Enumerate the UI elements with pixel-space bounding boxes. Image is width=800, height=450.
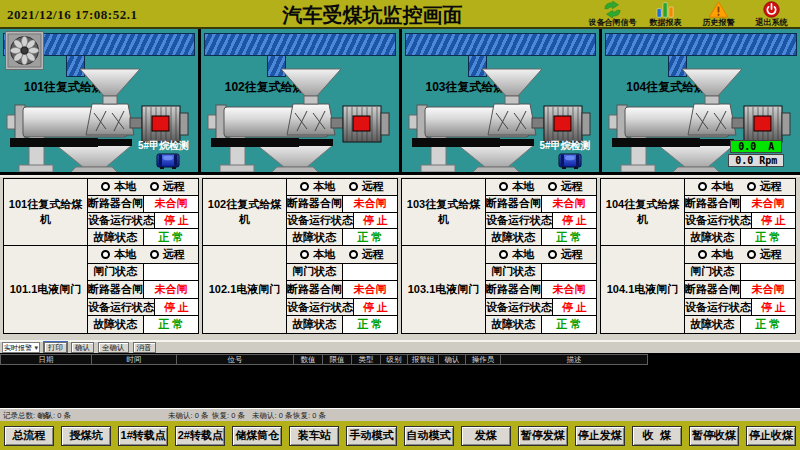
radio-circle-icon xyxy=(101,182,110,191)
alarm-warning-button[interactable]: 历史报警 xyxy=(692,0,745,27)
status-row: 断路器合闸未合闸 xyxy=(486,280,596,298)
radio-label: 本地 xyxy=(512,247,534,262)
nav-page-button[interactable]: 授煤坑 xyxy=(61,426,111,446)
status-name: 故障状态 xyxy=(685,316,741,333)
radio-circle-icon xyxy=(548,250,557,259)
status-row: 设备运行状态停 止 xyxy=(287,212,397,229)
status-name: 断路器合闸 xyxy=(287,196,343,212)
nav-page-button[interactable]: 收 煤 xyxy=(632,426,682,446)
nav-page-button[interactable]: 发煤 xyxy=(461,426,511,446)
nav-page-button[interactable]: 总流程 xyxy=(4,426,54,446)
power-button[interactable]: 退出系统 xyxy=(745,0,798,27)
sync-arrows-icon xyxy=(602,1,623,18)
ceiling-beam xyxy=(605,33,797,56)
nav-page-button[interactable]: 自动模式 xyxy=(404,426,454,446)
radio-remote[interactable]: 远程 xyxy=(150,247,185,262)
alarm-toolbar-button[interactable]: 消音 xyxy=(133,342,156,353)
radio-label: 远程 xyxy=(760,247,782,262)
device-status-rows: 本地远程闸门状态断路器合闸未合闸设备运行状态停 止故障状态正 常 xyxy=(486,246,596,333)
device-panel: 102往复式给煤机本地远程断路器合闸未合闸设备运行状态停 止故障状态正 常 xyxy=(202,178,398,246)
nav-page-button[interactable]: 储煤筒仓 xyxy=(232,426,282,446)
radio-local[interactable]: 本地 xyxy=(300,179,335,194)
status-row: 设备运行状态停 止 xyxy=(685,212,795,229)
status-row: 断路器合闸未合闸 xyxy=(287,280,397,298)
device-label: 104往复式给煤机 xyxy=(601,179,685,245)
control-section: 101往复式给煤机本地远程断路器合闸未合闸设备运行状态停 止故障状态正 常101… xyxy=(0,175,800,340)
alarm-column-header[interactable]: 报警组 xyxy=(407,354,439,365)
alarm-column-header[interactable]: 描述 xyxy=(500,354,648,365)
nav-page-button[interactable]: 手动模式 xyxy=(346,426,396,446)
status-value: 停 止 xyxy=(155,299,198,316)
alarm-toolbar-button[interactable]: 全确认 xyxy=(98,342,129,353)
radio-local[interactable]: 本地 xyxy=(499,179,534,194)
radio-local[interactable]: 本地 xyxy=(499,247,534,262)
alarm-column-header[interactable]: 限值 xyxy=(322,354,352,365)
alarm-toolbar-button[interactable]: 打印 xyxy=(44,342,67,353)
coal-feeder-graphic xyxy=(207,65,393,172)
alarm-count: 恢复: 0 条 xyxy=(212,411,245,421)
radio-circle-icon xyxy=(300,250,309,259)
device-label: 102往复式给煤机 xyxy=(203,179,287,245)
alarm-column-header[interactable]: 时间 xyxy=(91,354,177,365)
nav-page-button[interactable]: 暂停收煤 xyxy=(689,426,739,446)
status-value: 正 常 xyxy=(144,316,199,333)
radio-remote[interactable]: 远程 xyxy=(150,179,185,194)
alarm-list-area[interactable] xyxy=(0,366,800,408)
device-status-rows: 本地远程断路器合闸未合闸设备运行状态停 止故障状态正 常 xyxy=(88,179,198,245)
alarm-table-header: 日期时间位号数值限值类型级别报警组确认操作员描述 xyxy=(1,354,648,365)
status-row: 设备运行状态停 止 xyxy=(685,298,795,316)
radio-label: 远程 xyxy=(561,179,583,194)
nav-page-button[interactable]: 暂停发煤 xyxy=(518,426,568,446)
app-header: 2021/12/16 17:08:52.1 汽车受煤坑监控画面 设备合闸信号数据… xyxy=(0,0,800,29)
radio-local[interactable]: 本地 xyxy=(101,179,136,194)
alarm-column-header[interactable]: 数值 xyxy=(293,354,323,365)
alarm-column-header[interactable]: 日期 xyxy=(0,354,92,365)
bar-chart-button[interactable]: 数据报表 xyxy=(639,0,692,27)
radio-remote[interactable]: 远程 xyxy=(747,247,782,262)
status-row: 断路器合闸未合闸 xyxy=(685,195,795,212)
alarm-column-header[interactable]: 位号 xyxy=(176,354,294,365)
alarm-column-header[interactable]: 操作员 xyxy=(465,354,501,365)
device-label: 102.1电液闸门 xyxy=(203,246,287,333)
radio-local[interactable]: 本地 xyxy=(101,247,136,262)
alarm-column-header[interactable]: 确认 xyxy=(438,354,466,365)
alarm-table: 日期时间位号数值限值类型级别报警组确认操作员描述 xyxy=(0,353,800,408)
alarm-column-header[interactable]: 类型 xyxy=(351,354,381,365)
radio-remote[interactable]: 远程 xyxy=(349,247,384,262)
status-value: 未合闸 xyxy=(144,196,198,212)
radio-local[interactable]: 本地 xyxy=(698,247,733,262)
alarm-toolbar-button[interactable]: 确认 xyxy=(71,342,94,353)
status-name: 设备运行状态 xyxy=(88,299,155,316)
device-label: 103.1电液闸门 xyxy=(402,246,486,333)
nav-page-button[interactable]: 2#转载点 xyxy=(175,426,225,446)
nav-page-button[interactable]: 停止发煤 xyxy=(575,426,625,446)
status-value xyxy=(343,264,398,281)
nav-page-button[interactable]: 装车站 xyxy=(289,426,339,446)
status-value: 未合闸 xyxy=(741,281,795,298)
radio-label: 远程 xyxy=(760,179,782,194)
footer-nav: 总流程授煤坑1#转载点2#转载点储煤筒仓装车站手动模式自动模式发煤暂停发煤停止发… xyxy=(0,421,800,450)
radio-local[interactable]: 本地 xyxy=(300,247,335,262)
status-row: 设备运行状态停 止 xyxy=(486,298,596,316)
sync-arrows-button[interactable]: 设备合闸信号 xyxy=(586,0,639,27)
machine-column: 103往复式给煤机5#甲烷检测 xyxy=(399,29,600,172)
radio-remote[interactable]: 远程 xyxy=(349,179,384,194)
device-status-rows: 本地远程闸门状态断路器合闸未合闸设备运行状态停 止故障状态正 常 xyxy=(88,246,198,333)
alarm-column-header[interactable]: 级别 xyxy=(380,354,408,365)
nav-page-button[interactable]: 停止收煤 xyxy=(746,426,796,446)
alarm-filter-select[interactable]: 实时报警▾ xyxy=(2,342,40,353)
radio-remote[interactable]: 远程 xyxy=(548,179,583,194)
status-value: 正 常 xyxy=(542,316,597,333)
status-row: 设备运行状态停 止 xyxy=(486,212,596,229)
status-value: 未合闸 xyxy=(343,196,397,212)
radio-remote[interactable]: 远程 xyxy=(548,247,583,262)
chevron-down-icon: ▾ xyxy=(34,344,38,351)
status-name: 故障状态 xyxy=(486,316,542,333)
nav-page-button[interactable]: 1#转载点 xyxy=(118,426,168,446)
status-name: 断路器合闸 xyxy=(287,281,343,298)
radio-label: 远程 xyxy=(163,179,185,194)
status-value: 停 止 xyxy=(553,299,596,316)
status-row: 断路器合闸未合闸 xyxy=(88,195,198,212)
radio-remote[interactable]: 远程 xyxy=(747,179,782,194)
radio-local[interactable]: 本地 xyxy=(698,179,733,194)
